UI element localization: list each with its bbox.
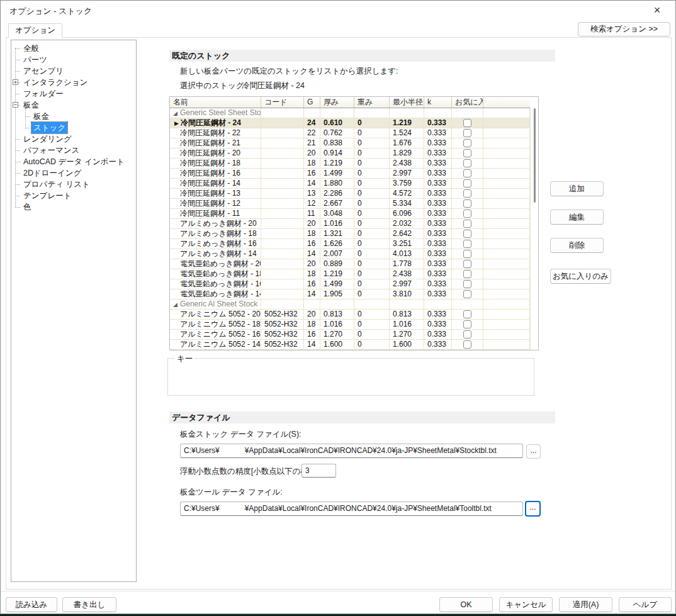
table-row[interactable]: アルミニウム 5052 - 165052-H32161.27001.2700.3… — [170, 330, 530, 340]
cancel-button[interactable]: キャンセル — [499, 597, 553, 612]
delete-button[interactable]: 削除 — [550, 238, 604, 253]
table-row[interactable]: 電気亜鉛めっき鋼材 - 18181.21902.4380.333 — [170, 269, 530, 279]
tree-item-13[interactable]: テンプレート — [21, 190, 73, 201]
table-row[interactable]: ▶冷間圧延鋼材 - 24240.61001.2190.333 — [170, 118, 530, 128]
load-button[interactable]: 読み込み — [6, 597, 57, 612]
tool-file-input[interactable]: C:¥Users¥ ¥AppData¥Local¥IronCAD¥IRONCAD… — [180, 501, 523, 516]
favorite-checkbox[interactable] — [463, 139, 471, 147]
cell-favorite — [452, 239, 483, 249]
table-row[interactable]: アルミめっき鋼材 - 18181.32102.6420.333 — [170, 229, 530, 239]
tree-item-7[interactable]: ストック — [31, 122, 67, 133]
table-row[interactable]: 冷間圧延鋼材 - 11113.04806.0960.333 — [170, 209, 530, 219]
favorite-checkbox[interactable] — [463, 169, 471, 177]
table-row[interactable]: 冷間圧延鋼材 - 22220.76201.5240.333 — [170, 128, 530, 138]
tree-item-3[interactable]: インタラクション — [21, 77, 89, 88]
tree-item-9[interactable]: パフォーマンス — [21, 145, 81, 156]
tree-item-10[interactable]: AutoCAD データ インポート — [21, 156, 127, 167]
favorite-checkbox[interactable] — [463, 220, 471, 228]
table-row[interactable]: 冷間圧延鋼材 - 14141.88003.7590.333 — [170, 179, 530, 189]
cell-gauge: 13 — [304, 189, 320, 199]
table-row[interactable]: 電気亜鉛めっき鋼材 - 16161.49902.9970.333 — [170, 279, 530, 289]
stock-file-browse-button[interactable]: ... — [526, 444, 541, 459]
tree-item-0[interactable]: 全般 — [21, 43, 41, 54]
favorite-checkbox[interactable] — [463, 270, 471, 278]
stock-file-input[interactable]: C:¥Users¥ ¥AppData¥Local¥IronCAD¥IRONCAD… — [180, 444, 523, 458]
column-header-4[interactable]: 重み — [354, 97, 390, 108]
table-row[interactable]: 冷間圧延鋼材 - 12122.66705.3340.333 — [170, 199, 530, 209]
column-header-1[interactable]: コード — [261, 97, 304, 108]
table-row[interactable]: アルミめっき鋼材 - 16161.62603.2510.333 — [170, 239, 530, 249]
cell-code — [261, 209, 304, 219]
favorite-checkbox[interactable] — [463, 280, 471, 288]
table-row[interactable]: アルミめっき鋼材 - 14142.00704.0130.333 — [170, 249, 530, 259]
tree-item-8[interactable]: レンダリング — [21, 133, 74, 145]
favorite-checkbox[interactable] — [463, 210, 471, 218]
favorite-checkbox[interactable] — [463, 250, 471, 258]
group-expanded-icon[interactable]: ◢ — [173, 110, 177, 116]
column-header-3[interactable]: 厚み — [320, 97, 354, 108]
tree-item-1[interactable]: パーツ — [21, 54, 49, 65]
favorite-checkbox[interactable] — [463, 240, 471, 248]
favorite-checkbox[interactable] — [463, 290, 471, 298]
favorite-checkbox[interactable] — [463, 330, 471, 339]
tree-item-label: プロパティ リスト — [21, 179, 92, 190]
cell-name: アルミめっき鋼材 - 16 — [170, 239, 261, 249]
tree-item-12[interactable]: プロパティ リスト — [21, 179, 92, 190]
close-icon[interactable]: × — [646, 3, 668, 18]
tab-options[interactable]: オプション — [8, 23, 62, 38]
favorite-checkbox[interactable] — [463, 340, 471, 349]
table-row[interactable]: 冷間圧延鋼材 - 16161.49902.9970.333 — [170, 169, 530, 179]
column-header-7[interactable]: お気に入... — [452, 97, 483, 108]
table-row[interactable]: 冷間圧延鋼材 - 18181.21902.4380.333 — [170, 159, 530, 169]
edit-button[interactable]: 編集 — [550, 210, 604, 225]
table-scrollbar-thumb[interactable] — [534, 108, 536, 203]
favorite-checkbox[interactable] — [463, 230, 471, 238]
table-scrollbar[interactable] — [530, 108, 538, 350]
column-header-2[interactable]: G — [304, 97, 320, 108]
column-header-6[interactable]: k — [424, 97, 452, 108]
favorite-checkbox[interactable] — [463, 129, 471, 137]
favorite-checkbox[interactable] — [463, 179, 471, 188]
ok-button[interactable]: OK — [439, 597, 493, 612]
favorite-checkbox[interactable] — [463, 119, 471, 127]
tree-item-6[interactable]: 板金 — [31, 111, 51, 122]
table-row[interactable]: 電気亜鉛めっき鋼材 - 14141.90503.8100.333 — [170, 289, 530, 300]
column-header-5[interactable]: 最小半径 — [390, 97, 424, 108]
cell-thickness: 2.667 — [320, 199, 354, 209]
tool-file-browse-button[interactable]: ... — [525, 501, 541, 517]
table-row[interactable]: アルミめっき鋼材 - 20201.01602.0320.333 — [170, 219, 530, 229]
favorite-checkbox[interactable] — [463, 189, 471, 198]
favorite-checkbox[interactable] — [463, 260, 471, 268]
table-row[interactable]: 冷間圧延鋼材 - 20200.91401.8290.333 — [170, 148, 530, 159]
table-row[interactable]: アルミニウム 5052 - 205052-H32200.81300.8130.3… — [170, 310, 530, 320]
table-group-row[interactable]: ◢Generic Al Sheet Stock — [170, 300, 530, 310]
cell-thickness: 1.499 — [320, 279, 354, 289]
favorite-checkbox[interactable] — [463, 320, 471, 328]
table-row[interactable]: 冷間圧延鋼材 - 13132.28604.5720.333 — [170, 189, 530, 199]
table-row[interactable]: アルミニウム 5052 - 185052-H32181.01601.0160.3… — [170, 320, 530, 330]
table-group-row[interactable]: ◢Generic Steel Sheet Stock — [170, 108, 530, 118]
tree-item-11[interactable]: 2Dドローイング — [21, 167, 83, 179]
favorite-checkbox[interactable] — [463, 199, 471, 208]
export-button[interactable]: 書き出し — [62, 597, 116, 612]
apply-button[interactable]: 適用(A) — [559, 597, 612, 612]
add-button[interactable]: 追加 — [550, 181, 604, 196]
favorite-checkbox[interactable] — [463, 310, 471, 318]
table-row[interactable]: 冷間圧延鋼材 - 21210.83801.6760.333 — [170, 138, 530, 148]
favorite-checkbox[interactable] — [463, 149, 471, 157]
tree-item-14[interactable]: 色 — [21, 201, 33, 213]
favorite-checkbox[interactable] — [463, 159, 471, 167]
tree-item-5[interactable]: 板金 — [21, 99, 41, 111]
precision-input[interactable]: 3 — [301, 464, 336, 478]
search-options-button[interactable]: 検索オプション >> — [578, 22, 670, 36]
table-row[interactable]: 電気亜鉛めっき鋼材 - 20200.88901.7780.333 — [170, 259, 530, 269]
help-button[interactable]: ヘルプ — [619, 597, 672, 612]
table-row[interactable]: アルミニウム 5052 - 145052-H32141.60001.6000.3… — [170, 340, 530, 350]
tree-collapse-icon[interactable]: − — [13, 102, 18, 108]
group-expanded-icon[interactable]: ◢ — [173, 301, 177, 308]
tree-expand-icon[interactable]: + — [13, 79, 18, 85]
favorites-only-button[interactable]: お気に入りのみ — [550, 269, 611, 284]
tree-item-2[interactable]: アセンブリ — [21, 65, 65, 77]
tree-item-4[interactable]: フォルダー — [21, 88, 65, 99]
column-header-0[interactable]: 名前 — [170, 97, 261, 108]
